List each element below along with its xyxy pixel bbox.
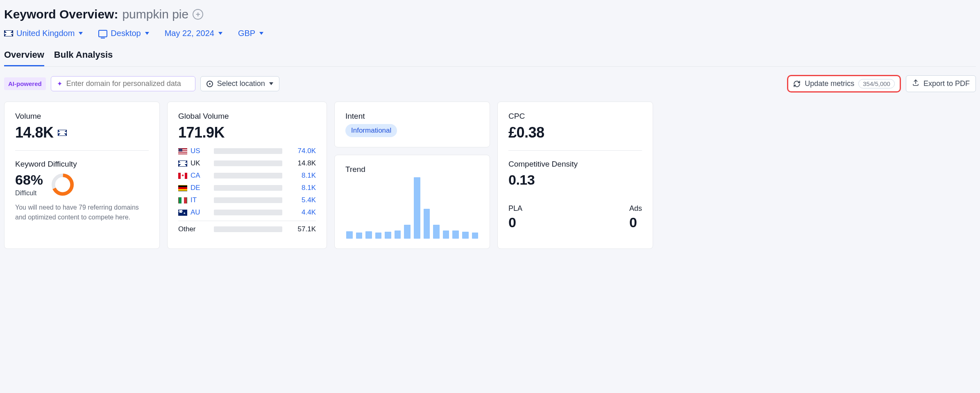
keyword-value: pumpkin pie	[122, 7, 188, 21]
filter-device-label: Desktop	[111, 29, 141, 38]
update-metrics-button[interactable]: Update metrics 354/5,000	[787, 75, 901, 93]
flag-icon	[178, 185, 187, 191]
select-location[interactable]: Select location	[200, 76, 279, 91]
ads-block: Ads 0	[629, 204, 642, 230]
chevron-down-icon	[218, 32, 222, 35]
export-pdf-label: Export to PDF	[923, 79, 970, 88]
global-volume-value: 171.9K	[178, 124, 316, 141]
filter-device[interactable]: Desktop	[98, 29, 149, 38]
gv-country-code: DE	[191, 184, 200, 192]
gv-row: IT5.4K	[178, 196, 316, 204]
gv-bar	[214, 185, 282, 191]
trend-bar	[385, 232, 391, 239]
flag-uk-icon	[4, 30, 13, 36]
gv-country[interactable]: IT	[178, 196, 209, 204]
gv-value[interactable]: 74.0K	[287, 147, 316, 155]
filter-date[interactable]: May 22, 2024	[165, 29, 222, 38]
domain-input[interactable]	[66, 79, 189, 88]
gv-other-label: Other	[178, 225, 209, 233]
chevron-down-icon	[145, 32, 149, 35]
volume-label: Volume	[15, 112, 149, 121]
gv-value[interactable]: 5.4K	[287, 196, 316, 204]
tab-overview[interactable]: Overview	[4, 50, 44, 66]
card-trend: Trend	[334, 155, 490, 249]
gv-country-code: IT	[191, 196, 197, 204]
ads-value: 0	[629, 215, 642, 230]
kd-level: Difficult	[15, 190, 43, 197]
card-volume: Volume 14.8K Keyword Difficulty 68% Diff…	[4, 102, 160, 249]
gv-country-code: UK	[191, 159, 200, 167]
kd-description: You will need to have 79 referring domai…	[15, 203, 149, 222]
export-pdf-button[interactable]: Export to PDF	[906, 75, 976, 92]
gv-value[interactable]: 8.1K	[287, 172, 316, 180]
trend-bar	[356, 233, 363, 239]
metrics-count: 354/5,000	[858, 79, 895, 88]
global-volume-number: 171.9K	[178, 124, 225, 141]
tabs: Overview Bulk Analysis	[4, 50, 976, 67]
card-cpc: CPC £0.38 Competitive Density 0.13 PLA 0…	[497, 102, 653, 249]
kd-donut-icon	[50, 172, 75, 197]
pla-label: PLA	[508, 204, 522, 213]
trend-label: Trend	[345, 165, 479, 174]
gv-row: UK14.8K	[178, 159, 316, 167]
tab-bulk-analysis[interactable]: Bulk Analysis	[54, 50, 113, 66]
global-volume-label: Global Volume	[178, 112, 316, 121]
sparkle-icon: ✦	[57, 80, 62, 88]
flag-icon	[178, 148, 187, 154]
trend-bar	[404, 225, 411, 239]
export-icon	[912, 79, 919, 88]
flag-icon	[178, 210, 187, 216]
ai-powered-badge: AI-powered	[4, 77, 46, 90]
intent-label: Intent	[345, 112, 479, 121]
domain-input-wrap[interactable]: ✦	[51, 76, 195, 91]
page-title: Keyword Overview: pumpkin pie +	[4, 7, 976, 21]
title-prefix: Keyword Overview:	[4, 7, 118, 21]
cpc-number: £0.38	[508, 124, 544, 141]
pla-value: 0	[508, 215, 522, 230]
trend-bar	[424, 209, 430, 239]
trend-bar	[472, 233, 479, 239]
trend-bar	[452, 230, 459, 239]
card-intent: Intent Informational	[334, 102, 490, 147]
update-metrics-label: Update metrics	[805, 79, 854, 88]
gv-country[interactable]: DE	[178, 184, 209, 192]
gv-country-code: US	[191, 147, 200, 155]
volume-number: 14.8K	[15, 124, 54, 141]
cd-value: 0.13	[508, 172, 642, 188]
filter-currency[interactable]: GBP	[238, 29, 263, 38]
cd-label: Competitive Density	[508, 160, 642, 169]
card-global-volume: Global Volume 171.9K US74.0KUK14.8KCA8.1…	[167, 102, 327, 249]
gv-country[interactable]: US	[178, 147, 209, 155]
gv-bar	[214, 160, 282, 166]
gv-bar	[214, 173, 282, 178]
kd-label: Keyword Difficulty	[15, 160, 149, 169]
filter-currency-label: GBP	[238, 29, 255, 38]
filter-country[interactable]: United Kingdom	[4, 29, 83, 38]
flag-icon	[178, 197, 187, 203]
filter-row: United Kingdom Desktop May 22, 2024 GBP	[4, 29, 976, 38]
gv-country-code: CA	[191, 172, 200, 180]
chevron-down-icon	[79, 32, 83, 35]
gv-value[interactable]: 8.1K	[287, 184, 316, 192]
gv-country[interactable]: AU	[178, 208, 209, 217]
intent-value[interactable]: Informational	[345, 124, 397, 137]
flag-icon	[178, 160, 187, 167]
filter-country-label: United Kingdom	[16, 29, 75, 38]
gv-country[interactable]: UK	[178, 159, 209, 167]
location-pin-icon	[206, 81, 213, 87]
trend-bar	[375, 233, 382, 239]
add-keyword-button[interactable]: +	[193, 9, 203, 20]
trend-bar	[433, 225, 440, 239]
gv-row: CA8.1K	[178, 172, 316, 180]
flag-uk-icon	[58, 130, 67, 136]
gv-row: AU4.4K	[178, 208, 316, 217]
gv-value[interactable]: 4.4K	[287, 208, 316, 217]
volume-value: 14.8K	[15, 124, 149, 141]
action-row: AI-powered ✦ Select location Update metr…	[4, 75, 976, 93]
trend-bar	[346, 231, 353, 239]
chevron-down-icon	[269, 82, 273, 85]
gv-country-code: AU	[191, 208, 200, 217]
gv-row: DE8.1K	[178, 184, 316, 192]
gv-country[interactable]: CA	[178, 172, 209, 180]
trend-chart	[345, 177, 479, 239]
